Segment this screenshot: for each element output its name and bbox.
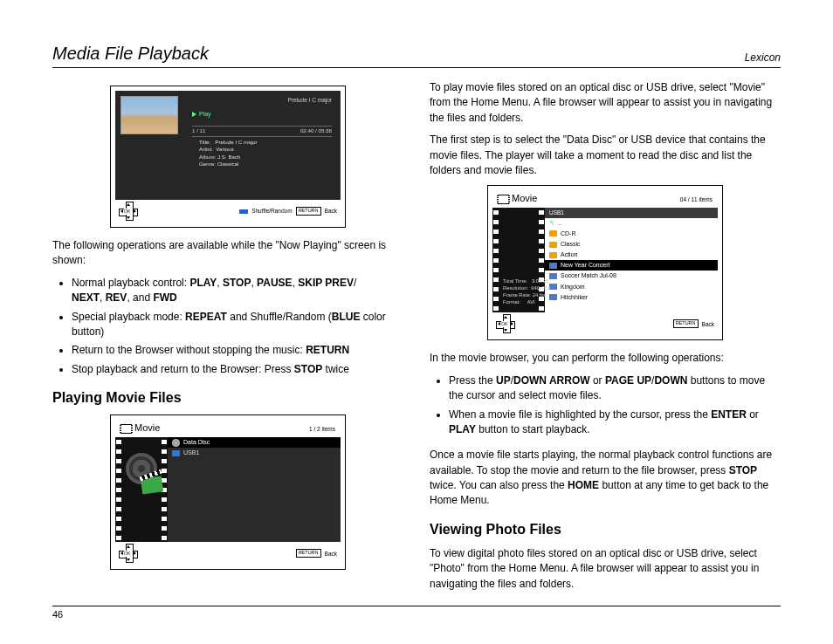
- list-item: Soccer Match Jul-08: [545, 271, 718, 281]
- return-box: RETURN: [673, 319, 699, 328]
- list-item: Classic: [545, 239, 718, 250]
- list-item: When a movie file is highlighted by the …: [449, 408, 781, 438]
- counter-left: 1 / 11: [192, 127, 205, 135]
- viewing-photo-heading: Viewing Photo Files: [430, 519, 781, 539]
- list-item: Press the UP/DOWN ARROW or PAGE UP/DOWN …: [449, 373, 781, 404]
- usb-icon: [172, 450, 180, 456]
- list-item: Kingdom: [545, 282, 718, 292]
- list-item: Data Disc: [168, 437, 341, 448]
- brand-name: Lexicon: [745, 51, 781, 64]
- film-strip-graphic: [115, 437, 168, 542]
- nav-cross-icon: OK: [496, 314, 515, 333]
- item-count: 04 / 11 items: [680, 195, 713, 203]
- section-title: Media File Playback: [52, 44, 209, 64]
- body-text: Once a movie file starts playing, the no…: [430, 448, 781, 509]
- blue-button-icon: [239, 209, 248, 214]
- track-title-top: Prelude I C major: [287, 96, 332, 104]
- film-icon: [498, 195, 509, 204]
- list-header: USB1: [545, 208, 718, 217]
- right-column: To play movie files stored on an optical…: [430, 80, 781, 599]
- meta-genre-row: Genre: Classical: [199, 161, 258, 168]
- movie-file-icon: [549, 263, 557, 269]
- counter-right: 02:40 / 05:38: [300, 127, 332, 135]
- meta-title-row: Title: Prelude I C major: [199, 139, 258, 146]
- shuffle-label: Shuffle/Random: [251, 207, 293, 215]
- folder-icon: [549, 242, 557, 248]
- operations-list: Normal playback control: PLAY, STOP, PAU…: [52, 276, 403, 377]
- back-label: Back: [325, 207, 337, 215]
- back-label: Back: [325, 550, 337, 558]
- clapper-icon: [141, 476, 163, 495]
- list-item: Stop playback and return to the Browser:…: [72, 362, 403, 377]
- nav-cross-icon: OK: [119, 544, 138, 563]
- list-item: Special playback mode: REPEAT and Shuffl…: [72, 310, 403, 340]
- return-box: RETURN: [296, 207, 321, 216]
- back-label: Back: [702, 320, 714, 328]
- intro-text: The following operations are available w…: [52, 238, 403, 269]
- movie-info-panel: Total Time: 3:00:35 Resolution: 640x352 …: [503, 278, 551, 305]
- play-label: Play: [199, 110, 211, 119]
- body-text: The first step is to select the "Data Di…: [430, 133, 781, 178]
- browser-ops-list: Press the UP/DOWN ARROW or PAGE UP/DOWN …: [430, 373, 781, 438]
- page-footer: 46: [52, 606, 781, 620]
- list-item: Normal playback control: PLAY, STOP, PAU…: [72, 276, 403, 306]
- movie-heading-label: Movie: [134, 421, 160, 435]
- folder-icon: [549, 230, 557, 236]
- meta-album-row: Album: J.S. Bach: [199, 154, 258, 161]
- play-status-row: Play: [192, 110, 211, 119]
- now-playing-screenshot: Prelude I C major Play 1 / 11 02:40 / 05…: [110, 86, 346, 228]
- movie-browser-screenshot: Movie 04 / 11 items Total Time: 3:00:35 …: [487, 185, 723, 340]
- movie-select-screenshot: Movie 1 / 2 items Data Disc USB1: [110, 414, 346, 570]
- movie-heading-label: Movie: [512, 192, 537, 206]
- nav-cross-icon: OK: [119, 202, 138, 221]
- list-item-selected: New Year Concert: [545, 260, 718, 271]
- disc-icon: [172, 439, 180, 447]
- film-strip-graphic: Total Time: 3:00:35 Resolution: 640x352 …: [492, 208, 545, 312]
- play-icon: [192, 112, 196, 117]
- list-item: ↰..: [545, 218, 718, 229]
- playing-movie-heading: Playing Movie Files: [52, 387, 403, 408]
- body-text: To view digital photo files stored on an…: [430, 546, 781, 592]
- meta-artist-row: Artist: Various: [199, 146, 258, 153]
- list-item: Return to the Browser without stopping t…: [72, 343, 403, 358]
- body-text: To play movie files stored on an optical…: [430, 80, 781, 126]
- left-column: Prelude I C major Play 1 / 11 02:40 / 05…: [52, 80, 403, 599]
- film-icon: [120, 424, 132, 434]
- counter-row: 1 / 11 02:40 / 05:38: [192, 126, 332, 137]
- item-count: 1 / 2 items: [309, 425, 335, 433]
- body-text: In the movie browser, you can perform th…: [430, 351, 781, 366]
- list-item: USB1: [168, 448, 341, 458]
- list-item: Hitchhiker: [545, 292, 718, 303]
- up-folder-icon: ↰: [549, 219, 554, 228]
- list-item: Action: [545, 250, 718, 260]
- return-box: RETURN: [296, 549, 321, 558]
- folder-icon: [549, 252, 557, 258]
- album-art-thumb: [120, 96, 178, 134]
- page-number: 46: [52, 609, 63, 620]
- list-item: CD-R: [545, 229, 718, 239]
- page-header: Media File Playback Lexicon: [52, 44, 781, 68]
